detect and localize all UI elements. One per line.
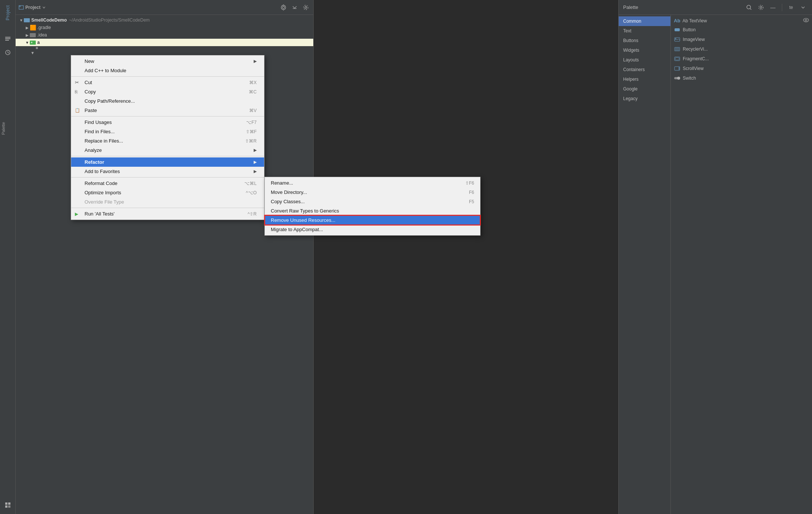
sidebar-icon-project[interactable]: Project bbox=[2, 3, 14, 23]
palette-icon-imageview bbox=[674, 36, 681, 43]
palette-minimize-btn[interactable]: — bbox=[768, 3, 777, 12]
tree-icon-app bbox=[30, 39, 36, 45]
palette-icon-switch bbox=[674, 75, 681, 82]
tree-arrow-idea: ▶ bbox=[25, 33, 30, 37]
menu-item-find-in-files[interactable]: Find in Files... ⇧⌘F bbox=[71, 127, 264, 136]
svg-point-12 bbox=[281, 5, 286, 10]
tree-item-gradle[interactable]: ▶ 🟧 .gradle bbox=[16, 24, 313, 31]
palette-category-common[interactable]: Common bbox=[619, 16, 670, 26]
project-toolbar: Project bbox=[16, 0, 313, 15]
menu-item-run-all-tests[interactable]: ▶ Run 'All Tests' ^⇧R bbox=[71, 209, 264, 218]
svg-rect-11 bbox=[19, 6, 21, 7]
svg-rect-0 bbox=[5, 37, 10, 38]
palette-search-btn[interactable] bbox=[745, 3, 754, 12]
menu-label-paste: Paste bbox=[85, 108, 234, 113]
menu-arrow-new: ▶ bbox=[254, 59, 257, 64]
sidebar-icon-2[interactable] bbox=[2, 47, 14, 58]
palette-item-scrollview[interactable]: ScrollView bbox=[671, 64, 812, 73]
submenu-label-migrate-appcompat: Migrate to AppCompat... bbox=[271, 227, 474, 232]
tree-item-idea[interactable]: ▶ .idea bbox=[16, 31, 313, 39]
menu-item-add-favorites[interactable]: Add to Favorites ▶ bbox=[71, 167, 264, 176]
palette-category-google[interactable]: Google bbox=[619, 84, 670, 94]
palette-icon-button bbox=[674, 26, 681, 33]
tree-item-app[interactable]: ▼ a bbox=[16, 39, 313, 46]
svg-point-44 bbox=[677, 77, 680, 80]
submenu-item-remove-unused[interactable]: Remove Unused Resources... bbox=[265, 216, 480, 225]
palette-divider bbox=[782, 4, 782, 11]
sidebar-icon-1[interactable] bbox=[2, 33, 14, 45]
menu-label-copy-path: Copy Path/Reference... bbox=[85, 98, 257, 104]
palette-dropdown-btn[interactable] bbox=[799, 3, 808, 12]
menu-item-override-file-type[interactable]: Override File Type bbox=[71, 197, 264, 207]
palette-category-buttons[interactable]: Buttons bbox=[619, 36, 670, 45]
palette-item-imageview[interactable]: ImageView bbox=[671, 35, 812, 44]
menu-item-refactor[interactable]: Refactor ▶ bbox=[71, 157, 264, 167]
menu-item-analyze[interactable]: Analyze ▶ bbox=[71, 146, 264, 155]
menu-shortcut-copy: ⌘C bbox=[249, 89, 257, 95]
toolbar-icon-collapse[interactable] bbox=[290, 3, 299, 12]
tree-label-root: SmellCodeDemo bbox=[31, 17, 67, 23]
tree-arrow-app: ▼ bbox=[25, 41, 30, 45]
palette-label-imageview: ImageView bbox=[683, 37, 705, 42]
toolbar-icon-gear[interactable] bbox=[301, 3, 310, 12]
palette-eye-btn[interactable] bbox=[803, 18, 809, 23]
toolbar-icon-target[interactable] bbox=[279, 3, 288, 12]
menu-item-copy-path[interactable]: Copy Path/Reference... bbox=[71, 96, 264, 106]
editor-area: ☕ OverNestingCase.java ✕ ☕ DuplicateC bbox=[314, 0, 618, 514]
ide-background: Project Palette Project bbox=[0, 0, 812, 514]
submenu-item-rename[interactable]: Rename... ⇧F6 bbox=[265, 178, 480, 188]
svg-rect-22 bbox=[24, 18, 26, 19]
palette-category-layouts[interactable]: Layouts bbox=[619, 55, 670, 65]
menu-item-cut[interactable]: ✂ Cut ⌘X bbox=[71, 78, 264, 87]
palette-item-button[interactable]: Button bbox=[671, 25, 812, 35]
palette-item-recyclerview[interactable]: RecyclerVi... bbox=[671, 44, 812, 54]
menu-label-new: New bbox=[85, 58, 251, 64]
menu-label-add-cpp: Add C++ to Module bbox=[85, 68, 257, 73]
submenu-item-convert-raw-types[interactable]: Convert Raw Types to Generics bbox=[265, 206, 480, 216]
palette-toolbar: Palette — te bbox=[619, 0, 812, 15]
menu-item-optimize-imports[interactable]: Optimize Imports ^⌥O bbox=[71, 188, 264, 197]
svg-rect-32 bbox=[675, 28, 680, 31]
tree-label-gradle: .gradle bbox=[37, 25, 51, 30]
menu-item-add-cpp[interactable]: Add C++ to Module bbox=[71, 66, 264, 75]
menu-label-cut: Cut bbox=[85, 80, 234, 85]
palette-category-helpers[interactable]: Helpers bbox=[619, 74, 670, 84]
palette-gear-btn[interactable] bbox=[757, 3, 765, 12]
svg-point-19 bbox=[305, 6, 307, 8]
svg-point-13 bbox=[282, 6, 285, 9]
palette-label-switch: Switch bbox=[683, 76, 696, 81]
menu-item-reformat[interactable]: Reformat Code ⌥⌘L bbox=[71, 179, 264, 188]
palette-item-fragmentcontainer[interactable]: FragmentC... bbox=[671, 54, 812, 64]
palette-category-widgets[interactable]: Widgets bbox=[619, 45, 670, 55]
palette-category-legacy[interactable]: Legacy bbox=[619, 94, 670, 103]
submenu-item-copy-classes[interactable]: Copy Classes... F5 bbox=[265, 197, 480, 206]
menu-label-find-in-files: Find in Files... bbox=[85, 129, 231, 134]
menu-item-replace-in-files[interactable]: Replace in Files... ⇧⌘R bbox=[71, 136, 264, 146]
menu-label-analyze: Analyze bbox=[85, 147, 251, 153]
submenu-item-move-directory[interactable]: Move Directory... F6 bbox=[265, 188, 480, 197]
menu-item-new[interactable]: New ▶ bbox=[71, 57, 264, 66]
palette-categories: Common Text Buttons Widgets Layouts Cont… bbox=[619, 15, 671, 514]
menu-item-paste[interactable]: 📋 Paste ⌘V bbox=[71, 106, 264, 115]
menu-shortcut-optimize-imports: ^⌥O bbox=[246, 190, 257, 195]
palette-items: Ab Ab TextView Button bbox=[671, 15, 812, 514]
menu-item-copy[interactable]: ⎘ Copy ⌘C bbox=[71, 87, 264, 96]
menu-arrow-analyze: ▶ bbox=[254, 148, 257, 153]
tree-item-sub[interactable] bbox=[16, 46, 313, 50]
cut-icon: ✂ bbox=[75, 80, 79, 85]
menu-label-run-all-tests: Run 'All Tests' bbox=[85, 211, 233, 217]
palette-common-header-label: Ab TextView bbox=[682, 18, 707, 23]
svg-rect-1 bbox=[5, 38, 10, 39]
tree-item-root[interactable]: ▼ SmellCodeDemo ~/AndroidStudioProjects/… bbox=[16, 16, 313, 24]
submenu-item-migrate-appcompat[interactable]: Migrate to AppCompat... bbox=[265, 225, 480, 234]
palette-category-containers[interactable]: Containers bbox=[619, 65, 670, 74]
sidebar-icon-resource[interactable] bbox=[2, 499, 14, 511]
menu-item-find-usages[interactable]: Find Usages ⌥F7 bbox=[71, 118, 264, 127]
palette-tab-btn[interactable]: te bbox=[787, 3, 796, 12]
palette-item-switch[interactable]: Switch bbox=[671, 73, 812, 83]
palette-category-text[interactable]: Text bbox=[619, 26, 670, 36]
svg-rect-8 bbox=[5, 505, 7, 508]
svg-point-34 bbox=[675, 38, 676, 39]
menu-label-replace-in-files: Replace in Files... bbox=[85, 138, 230, 144]
menu-shortcut-reformat: ⌥⌘L bbox=[244, 181, 257, 186]
